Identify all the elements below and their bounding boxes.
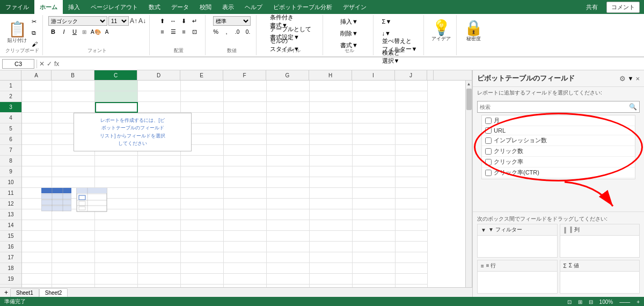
tab-review[interactable]: 校閲: [194, 0, 217, 14]
row-header-7[interactable]: 7: [0, 145, 21, 156]
tab-file[interactable]: ファイル: [0, 0, 34, 14]
cell-f6[interactable]: [224, 134, 267, 145]
cell-a7[interactable]: [22, 145, 52, 156]
row-header-10[interactable]: 10: [0, 177, 21, 188]
cell-j2[interactable]: [396, 91, 428, 102]
cell-g9[interactable]: [267, 166, 310, 177]
cell-c2[interactable]: [95, 91, 138, 102]
row-header-14[interactable]: 14: [0, 220, 21, 231]
cell-f2[interactable]: [224, 91, 267, 102]
share-button[interactable]: 共有: [582, 2, 602, 12]
tab-view[interactable]: 表示: [217, 0, 239, 14]
paste-button[interactable]: 📋 貼り付け: [5, 21, 29, 45]
row-header-18[interactable]: 18: [0, 263, 21, 274]
row-header-15[interactable]: 15: [0, 231, 21, 242]
col-header-j[interactable]: J: [395, 70, 427, 80]
cell-b3[interactable]: [52, 102, 95, 113]
cell-h6[interactable]: [310, 134, 353, 145]
vertical-scrollbar[interactable]: ▲ ▼: [465, 81, 472, 287]
field-checkbox-clicks[interactable]: [485, 148, 492, 155]
fill-color-button[interactable]: A🎨: [89, 28, 103, 35]
cell-h3[interactable]: [310, 102, 353, 113]
wrap-text-button[interactable]: ↵: [190, 16, 200, 26]
align-top-button[interactable]: ⬆: [158, 16, 167, 26]
cell-d5[interactable]: [138, 123, 181, 134]
row-header-6[interactable]: 6: [0, 134, 21, 145]
cell-g6[interactable]: [267, 134, 310, 145]
cell-i3[interactable]: [353, 102, 396, 113]
italic-button[interactable]: I: [59, 27, 69, 37]
field-item-clicks[interactable]: クリック数: [482, 146, 635, 157]
cell-a1[interactable]: [22, 81, 52, 91]
pivot-column-content[interactable]: [560, 236, 640, 257]
tab-help[interactable]: ヘルプ: [239, 0, 268, 14]
pivot-filter-content[interactable]: [478, 236, 557, 257]
cell-b7[interactable]: [52, 145, 95, 156]
cell-f4[interactable]: [224, 113, 267, 123]
row-header-19[interactable]: 19: [0, 274, 21, 285]
field-item-ctr[interactable]: クリック率: [482, 157, 635, 167]
row-header-2[interactable]: 2: [0, 91, 21, 102]
zoom-slider[interactable]: ——: [619, 299, 630, 305]
increase-decimal-button[interactable]: .0: [232, 27, 242, 37]
cell-g1[interactable]: [267, 81, 310, 91]
view-layout-icon[interactable]: ⊞: [578, 299, 582, 305]
cell-d9[interactable]: [138, 166, 181, 177]
cell-f7[interactable]: [224, 145, 267, 156]
tab-data[interactable]: データ: [166, 0, 194, 14]
cell-d7[interactable]: [138, 145, 181, 156]
merge-button[interactable]: ⊡: [190, 27, 200, 37]
row-header-4[interactable]: 4: [0, 113, 21, 123]
ideas-button[interactable]: 💡 アイデア: [429, 19, 453, 43]
field-checkbox-month[interactable]: [485, 118, 492, 124]
font-color-button[interactable]: A: [104, 28, 111, 35]
cell-h1[interactable]: [310, 81, 353, 91]
row-header-12[interactable]: 12: [0, 199, 21, 209]
cell-a8[interactable]: [22, 156, 52, 166]
cell-g8[interactable]: [267, 156, 310, 166]
cell-g4[interactable]: [267, 113, 310, 123]
cell-i1[interactable]: [353, 81, 396, 91]
cell-c5[interactable]: [95, 123, 138, 134]
cell-g2[interactable]: [267, 91, 310, 102]
cell-a9[interactable]: [22, 166, 52, 177]
number-format-select[interactable]: 標準: [213, 16, 251, 26]
underline-button[interactable]: U: [70, 27, 79, 37]
cell-b9[interactable]: [52, 166, 95, 177]
field-checkbox-url[interactable]: [485, 127, 492, 134]
delete-cells-button[interactable]: 削除▼: [339, 28, 360, 39]
cell-b2[interactable]: [52, 91, 95, 102]
cell-g5[interactable]: [267, 123, 310, 134]
field-item-impressions[interactable]: インプレッション数: [482, 135, 635, 146]
insert-cells-button[interactable]: 挿入▼: [339, 16, 360, 27]
add-sheet-button[interactable]: +: [2, 289, 10, 296]
col-header-f[interactable]: F: [223, 70, 266, 80]
zoom-in-button[interactable]: +: [636, 299, 640, 305]
cell-d6[interactable]: [138, 134, 181, 145]
cell-j3[interactable]: [396, 102, 428, 113]
cell-c6[interactable]: [95, 134, 138, 145]
decrease-decimal-button[interactable]: 0.: [243, 27, 253, 37]
cell-d1[interactable]: [138, 81, 181, 91]
increase-font-button[interactable]: A↑: [130, 17, 137, 25]
cell-b5[interactable]: [52, 123, 95, 134]
cell-i9[interactable]: [353, 166, 396, 177]
cell-reference-input[interactable]: [2, 59, 34, 69]
formula-input[interactable]: [61, 59, 642, 69]
cell-i7[interactable]: [353, 145, 396, 156]
comma-button[interactable]: ,: [222, 27, 231, 37]
font-name-select[interactable]: 游ゴシック: [48, 16, 107, 26]
cell-e7[interactable]: [181, 145, 224, 156]
col-header-i[interactable]: I: [352, 70, 395, 80]
cell-e5[interactable]: [181, 123, 224, 134]
field-item-month[interactable]: 月: [482, 115, 635, 126]
scroll-thumb[interactable]: [466, 89, 472, 110]
row-header-8[interactable]: 8: [0, 156, 21, 166]
cell-a3[interactable]: [22, 102, 52, 113]
row-header-9[interactable]: 9: [0, 166, 21, 177]
cell-e1[interactable]: [181, 81, 224, 91]
tab-home[interactable]: ホーム: [34, 0, 63, 14]
cell-f3[interactable]: [224, 102, 267, 113]
cell-c1[interactable]: [95, 81, 138, 91]
row-header-11[interactable]: 11: [0, 188, 21, 199]
